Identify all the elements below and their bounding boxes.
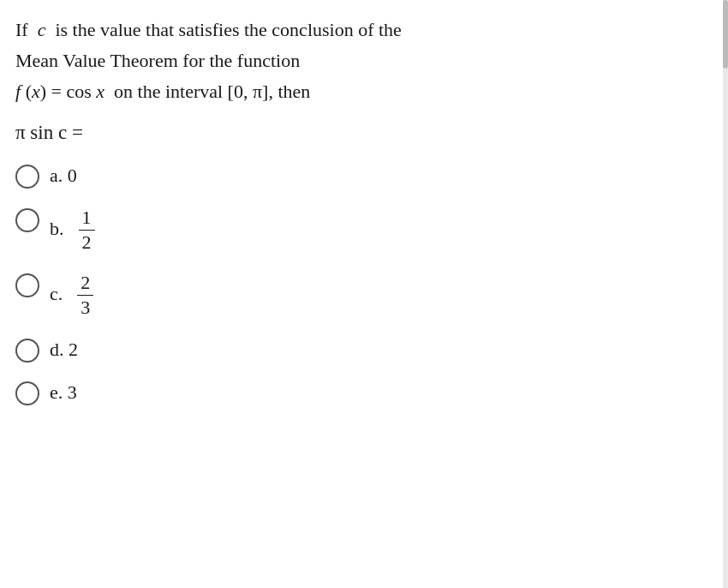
option-a-label: a. 0 [50, 163, 81, 189]
question-line3: f (x) = cos x on the interval [0, π], th… [15, 77, 707, 106]
expression-line: π sin c = [15, 122, 707, 144]
fraction-b: 1 2 [79, 207, 95, 255]
option-e-label: e. 3 [50, 380, 81, 406]
option-c-letter: c. [50, 283, 68, 304]
option-d-label: d. 2 [50, 337, 81, 363]
fraction-b-denominator: 2 [79, 231, 95, 254]
fraction-c-numerator: 2 [77, 272, 93, 296]
scrollbar-thumb[interactable] [723, 0, 728, 69]
question-line1: If c is the value that satisfies the con… [15, 15, 707, 45]
radio-c[interactable] [15, 273, 39, 297]
radio-a[interactable] [15, 165, 39, 189]
question-text: If c is the value that satisfies the con… [15, 15, 707, 106]
option-b[interactable]: b. 1 2 [15, 207, 707, 255]
option-e[interactable]: e. 3 [15, 380, 707, 406]
option-d[interactable]: d. 2 [15, 337, 707, 363]
option-d-letter: d. 2 [50, 339, 78, 360]
radio-b[interactable] [15, 208, 39, 232]
radio-d[interactable] [15, 339, 39, 363]
question-container: If c is the value that satisfies the con… [15, 15, 707, 406]
fraction-c: 2 3 [77, 272, 93, 320]
fraction-c-denominator: 3 [77, 296, 93, 319]
option-c-label: c. 2 3 [50, 272, 93, 320]
question-line2: Mean Value Theorem for the function [15, 46, 707, 75]
options-list: a. 0 b. 1 2 c. 2 3 [15, 163, 707, 406]
option-a[interactable]: a. 0 [15, 163, 707, 189]
option-b-letter: b. [50, 218, 69, 239]
option-c[interactable]: c. 2 3 [15, 272, 707, 320]
scrollbar-track[interactable] [723, 0, 728, 588]
option-e-letter: e. 3 [50, 381, 77, 403]
option-b-label: b. 1 2 [50, 207, 95, 255]
fraction-b-numerator: 1 [79, 207, 95, 231]
radio-e[interactable] [15, 381, 39, 405]
option-a-letter: a. 0 [50, 165, 77, 186]
